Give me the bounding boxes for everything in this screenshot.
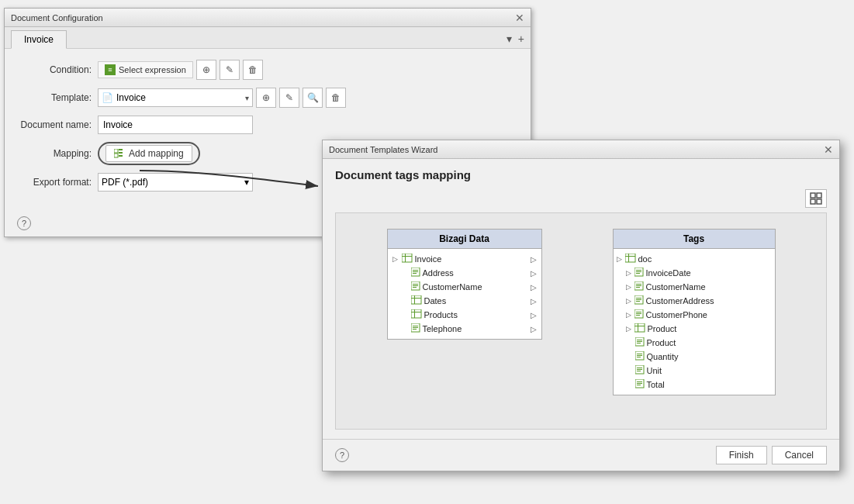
template-controls: 📄 Invoice ▾ ⊕ ✎ 🔍 🗑: [98, 88, 346, 108]
mapping-oval: Add mapping: [98, 142, 200, 165]
address-expand-right: ▷: [531, 269, 537, 278]
docname-input[interactable]: [98, 116, 253, 134]
svg-rect-66: [637, 381, 642, 382]
wizard-btn-group: Finish Cancel: [716, 446, 827, 464]
dates-expand-right: ▷: [531, 297, 537, 306]
dates-expand-icon: [400, 296, 410, 306]
customeraddress-field-icon: [634, 295, 644, 306]
products-expand-right: ▷: [531, 311, 537, 319]
svg-rect-10: [402, 254, 412, 262]
tag-node-total[interactable]: Total: [614, 378, 775, 392]
quantity-node-label: Quantity: [647, 352, 679, 361]
condition-delete-btn[interactable]: 🗑: [243, 60, 263, 80]
svg-rect-28: [413, 326, 418, 326]
wizard-titlebar: Document Templates Wizard ✕: [323, 140, 839, 159]
export-format-label: Export format:: [20, 177, 98, 188]
select-expression-btn[interactable]: ≡ Select expression: [98, 61, 193, 78]
template-row: Template: 📄 Invoice ▾ ⊕ ✎ 🔍 🗑: [20, 88, 515, 108]
tag-node-customerphone[interactable]: ▷ CustomerPhone: [614, 308, 775, 322]
add-mapping-btn[interactable]: Add mapping: [105, 145, 192, 162]
svg-rect-9: [817, 199, 821, 204]
bizagi-node-address[interactable]: Address ▷: [388, 266, 541, 280]
quantity-field-icon: [635, 351, 645, 362]
product-node-label: Product: [647, 338, 676, 347]
svg-rect-44: [636, 299, 641, 300]
tag-node-product-group[interactable]: ▷ Product: [614, 322, 775, 336]
tag-node-unit[interactable]: Unit: [614, 364, 775, 378]
doc-config-help-icon[interactable]: ?: [17, 216, 31, 230]
svg-rect-4: [119, 155, 123, 157]
finish-btn[interactable]: Finish: [716, 446, 767, 464]
condition-add-btn[interactable]: ⊕: [196, 60, 216, 80]
cancel-btn[interactable]: Cancel: [772, 446, 827, 464]
products-table-icon: [411, 309, 422, 320]
wizard-close-icon[interactable]: ✕: [824, 144, 833, 155]
doc-expand-icon: ▷: [617, 255, 622, 263]
svg-rect-60: [637, 357, 641, 357]
customeraddress-node-label: CustomerAddress: [646, 296, 714, 306]
product-group-expand-icon: ▷: [626, 325, 631, 333]
tag-node-product[interactable]: Product: [614, 336, 775, 350]
template-delete-btn[interactable]: 🗑: [326, 88, 346, 108]
svg-rect-41: [636, 287, 640, 288]
svg-rect-40: [636, 285, 641, 286]
invoice-node-label: Invoice: [415, 254, 442, 264]
template-add-btn[interactable]: ⊕: [256, 88, 276, 108]
doc-config-title: Document Configuration: [11, 13, 103, 22]
template-select[interactable]: 📄 Invoice ▾: [98, 88, 253, 107]
svg-rect-11: [402, 256, 412, 257]
tags-header: Tags: [614, 230, 775, 249]
tcustomername-node-label: CustomerName: [646, 282, 706, 292]
template-search-btn[interactable]: 🔍: [303, 88, 323, 108]
svg-rect-48: [636, 313, 641, 314]
tag-node-customeraddress[interactable]: ▷ CustomerAddress: [614, 294, 775, 308]
wizard-footer: ? Finish Cancel: [323, 439, 839, 471]
invoice-expand-icon: ▷: [391, 254, 400, 264]
tags-body: ▷ doc ▷ InvoiceDate ▷: [614, 249, 775, 395]
tab-add-icon[interactable]: +: [518, 33, 524, 45]
tcustomername-expand-icon: ▷: [626, 283, 631, 291]
svg-rect-1: [119, 149, 123, 150]
bizagi-node-customername[interactable]: CustomerName ▷: [388, 280, 541, 294]
telephone-expand-right: ▷: [531, 325, 537, 333]
invoice-tab[interactable]: Invoice: [11, 30, 67, 49]
wizard-toolbar: [335, 189, 827, 208]
products-node-label: Products: [424, 310, 458, 319]
bizagi-node-products[interactable]: Products ▷: [388, 308, 541, 322]
svg-rect-15: [413, 271, 418, 272]
svg-rect-30: [413, 329, 417, 330]
export-format-select[interactable]: PDF (*.pdf) ▾: [98, 173, 253, 192]
tag-node-doc[interactable]: ▷ doc: [614, 252, 775, 266]
svg-rect-50: [634, 323, 645, 332]
wizard-title: Document Templates Wizard: [329, 145, 437, 154]
svg-rect-23: [414, 295, 415, 304]
condition-controls: ≡ Select expression ⊕ ✎ 🗑: [98, 60, 263, 80]
wizard-grid-btn[interactable]: [805, 189, 827, 208]
doc-config-close-icon[interactable]: ✕: [515, 12, 524, 23]
bizagi-node-invoice[interactable]: ▷ Invoice ▷: [388, 252, 541, 266]
tag-node-quantity[interactable]: Quantity: [614, 350, 775, 364]
telephone-field-icon: [411, 323, 420, 334]
wizard-help-icon[interactable]: ?: [335, 448, 349, 462]
customername-field-icon: [411, 281, 420, 292]
telephone-expand-icon: [400, 324, 410, 333]
condition-edit-btn[interactable]: ✎: [220, 60, 240, 80]
svg-rect-3: [119, 152, 123, 154]
docname-row: Document name:: [20, 116, 515, 134]
tag-node-invoicedate[interactable]: ▷ InvoiceDate: [614, 266, 775, 280]
tab-dropdown-icon[interactable]: ▾: [507, 33, 512, 45]
svg-rect-31: [625, 254, 635, 262]
svg-rect-36: [636, 271, 641, 272]
template-edit-btn[interactable]: ✎: [279, 88, 299, 108]
invoicedate-field-icon: [634, 268, 644, 278]
tag-node-customername[interactable]: ▷ CustomerName: [614, 280, 775, 294]
svg-rect-39: [636, 284, 641, 285]
bizagi-node-telephone[interactable]: Telephone ▷: [388, 322, 541, 336]
mapping-btn-icon: [114, 149, 125, 158]
customerphone-expand-icon: ▷: [626, 311, 631, 319]
svg-rect-54: [637, 340, 642, 340]
svg-rect-35: [636, 270, 641, 271]
grid-layout-icon: [810, 192, 822, 205]
svg-rect-47: [636, 312, 641, 312]
bizagi-node-dates[interactable]: Dates ▷: [388, 294, 541, 308]
